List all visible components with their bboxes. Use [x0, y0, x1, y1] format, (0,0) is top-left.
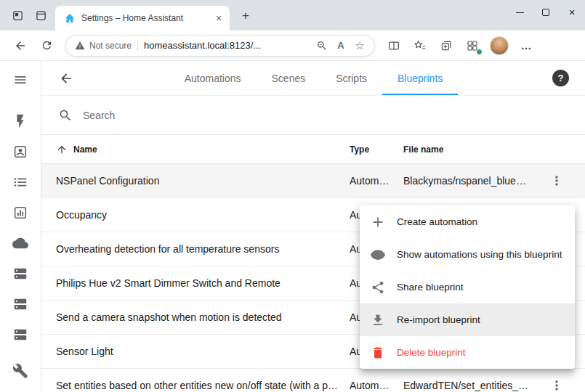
ha-tab-bar: Automations Scenes Scripts Blueprints	[75, 61, 552, 95]
sidebar-server-icon-2[interactable]	[12, 295, 29, 313]
sidebar-energy-icon[interactable]	[12, 113, 29, 130]
window-close-button[interactable]: ✕	[559, 0, 585, 25]
url-text[interactable]: homeassistant.local:8123/...	[144, 40, 310, 51]
not-secure-icon	[75, 41, 85, 51]
new-tab-button[interactable]: +	[235, 6, 256, 26]
menu-item-label: Delete blueprint	[397, 347, 466, 358]
download-icon	[370, 312, 386, 328]
split-screen-icon[interactable]	[382, 34, 406, 57]
share-icon	[370, 279, 386, 295]
tab-blueprints[interactable]: Blueprints	[382, 61, 458, 95]
trash-icon	[370, 345, 386, 361]
address-bar[interactable]: Not secure homeassistant.local:8123/... …	[65, 35, 375, 57]
menu-item-label: Create automation	[397, 216, 477, 227]
maximize-button[interactable]	[533, 0, 559, 25]
ha-back-icon[interactable]	[57, 70, 75, 87]
menu-item-show-automations[interactable]: Show automations using this blueprint	[360, 238, 575, 271]
search-bar	[41, 96, 585, 134]
favorites-hub-icon[interactable]	[408, 34, 432, 57]
tab-title: Settings – Home Assistant	[81, 13, 206, 23]
table-header: Name Type File name	[41, 134, 585, 164]
sidebar-server-icon-3[interactable]	[12, 326, 29, 343]
ha-content: Automations Scenes Scripts Blueprints ?	[41, 61, 585, 392]
column-header-file[interactable]: File name	[403, 144, 541, 155]
workspaces-icon[interactable]	[6, 4, 29, 26]
ha-header: Automations Scenes Scripts Blueprints ?	[41, 61, 585, 96]
read-aloud-icon[interactable]: A	[334, 38, 348, 53]
browser-tab-strip: Settings – Home Assistant ✕ + ✕	[0, 0, 585, 30]
tab-automations[interactable]: Automations	[169, 61, 257, 95]
more-menu-icon[interactable]: …	[515, 34, 538, 57]
row-type-cell: Autom…	[350, 175, 403, 187]
minimize-button[interactable]	[507, 0, 533, 25]
back-icon[interactable]	[9, 34, 32, 57]
help-icon[interactable]: ?	[552, 70, 569, 86]
row-name-cell: Set entities based on other entities new…	[56, 380, 350, 391]
row-type-cell: Autom…	[350, 380, 403, 391]
tab-scenes[interactable]: Scenes	[257, 61, 321, 95]
sidebar-logbook-icon[interactable]	[12, 173, 29, 191]
column-header-type[interactable]: Type	[350, 144, 403, 155]
row-name-cell: Overheating detection for all temperatur…	[56, 243, 350, 255]
sidebar-developer-tools-icon[interactable]	[12, 362, 29, 380]
active-tab[interactable]: Settings – Home Assistant ✕	[55, 6, 230, 30]
sidebar-media-icon[interactable]	[12, 143, 29, 160]
column-header-name[interactable]: Name	[73, 144, 97, 155]
browser-toolbar: Not secure homeassistant.local:8123/... …	[0, 30, 585, 61]
row-name-cell: Occupancy	[56, 209, 350, 221]
ha-sidebar	[0, 61, 41, 392]
browser-window: Settings – Home Assistant ✕ + ✕ Not secu…	[0, 0, 585, 392]
context-menu: Create automation Show automations using…	[360, 205, 575, 369]
row-file-cell: Blackymas/nspanel_blueprin…	[403, 175, 541, 187]
collections-icon[interactable]	[435, 34, 458, 57]
extensions-icon[interactable]	[461, 34, 484, 57]
table-row[interactable]: NSPanel Configuration Autom… Blackymas/n…	[41, 164, 585, 198]
zoom-out-icon[interactable]	[315, 38, 329, 53]
menu-item-label: Re-import blueprint	[397, 314, 480, 325]
sidebar-menu-icon[interactable]	[12, 71, 29, 89]
sidebar-cloud-icon[interactable]	[12, 234, 29, 252]
search-icon	[58, 108, 73, 123]
menu-item-label: Share blueprint	[397, 282, 464, 293]
row-name-cell: Sensor Light	[56, 346, 350, 357]
home-assistant-favicon	[64, 12, 76, 24]
status-badge	[476, 49, 483, 55]
row-overflow-icon[interactable]	[544, 168, 569, 193]
table-row[interactable]: Set entities based on other entities new…	[41, 369, 585, 392]
tab-actions-icon[interactable]	[29, 4, 52, 26]
row-name-cell: Send a camera snapshot when motion is de…	[56, 311, 350, 323]
search-input[interactable]	[83, 110, 568, 121]
sidebar-server-icon-1[interactable]	[12, 265, 29, 282]
home-assistant-app: Automations Scenes Scripts Blueprints ?	[0, 61, 585, 392]
address-divider	[137, 41, 138, 51]
row-name-cell: NSPanel Configuration	[56, 175, 350, 187]
menu-item-create-automation[interactable]: Create automation	[360, 205, 575, 238]
eye-icon	[370, 247, 386, 263]
sort-ascending-icon[interactable]	[56, 144, 68, 155]
row-overflow-icon[interactable]	[544, 373, 569, 392]
row-file-cell: EdwardTEN/set_entities_ba…	[403, 380, 541, 391]
profile-avatar[interactable]	[490, 36, 509, 55]
plus-icon	[370, 214, 386, 230]
tab-scripts[interactable]: Scripts	[320, 61, 382, 95]
menu-item-share-blueprint[interactable]: Share blueprint	[360, 271, 575, 303]
window-controls: ✕	[507, 0, 585, 25]
sidebar-history-icon[interactable]	[12, 204, 29, 221]
menu-item-reimport-blueprint[interactable]: Re-import blueprint	[360, 303, 575, 336]
add-favorite-icon[interactable]: ☆	[352, 38, 367, 53]
not-secure-label[interactable]: Not secure	[89, 41, 132, 51]
row-name-cell: Philips Hue v2 Smart Dimmer Switch and R…	[56, 277, 350, 289]
menu-item-label: Show automations using this blueprint	[397, 249, 562, 260]
refresh-icon[interactable]	[35, 34, 58, 57]
menu-item-delete-blueprint[interactable]: Delete blueprint	[360, 336, 575, 369]
tab-close-icon[interactable]: ✕	[212, 12, 225, 25]
